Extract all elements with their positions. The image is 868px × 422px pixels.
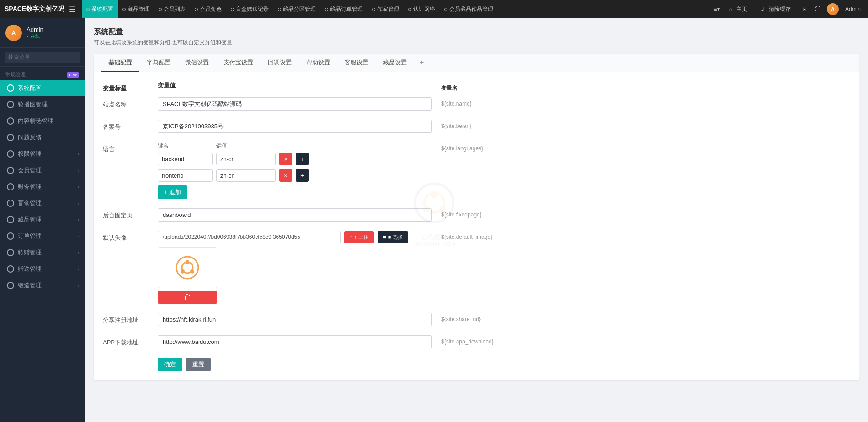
topnav-item-cert[interactable]: 认证网络 bbox=[404, 0, 440, 18]
lang-key-input-1[interactable] bbox=[158, 169, 213, 182]
lang-key-input-0[interactable] bbox=[158, 153, 213, 165]
nav-dot-icon bbox=[408, 8, 411, 11]
var-beian: ${site.beian} bbox=[441, 120, 533, 129]
avatar: A bbox=[827, 3, 839, 15]
hamburger-icon[interactable]: ☰ bbox=[69, 5, 75, 14]
var-language: ${site.languages} bbox=[441, 142, 533, 152]
sidebar-item-members[interactable]: 会员管理 › bbox=[0, 162, 85, 179]
sidebar-item-forge[interactable]: 锻造管理 › bbox=[0, 277, 85, 294]
label-beian: 备案号 bbox=[103, 120, 149, 131]
svg-point-7 bbox=[186, 260, 190, 264]
nav-dot-icon bbox=[159, 8, 162, 11]
lang-delete-button-0[interactable]: × bbox=[279, 153, 292, 165]
input-fixed-page[interactable] bbox=[158, 208, 432, 222]
lang-header: 键名 键值 bbox=[158, 142, 432, 150]
sidebar-item-gift[interactable]: 赠送管理 › bbox=[0, 261, 85, 277]
tab-service[interactable]: 客服设置 bbox=[337, 54, 376, 72]
sidebar-item-transfer[interactable]: 转赠管理 › bbox=[0, 244, 85, 261]
nav-dot-icon bbox=[86, 8, 90, 11]
label-site-name: 站点名称 bbox=[103, 97, 149, 109]
select-button[interactable]: ■ ■ 选择 bbox=[378, 231, 408, 243]
tab-add-button[interactable]: + bbox=[414, 54, 429, 72]
delete-image-button[interactable]: 🗑 bbox=[158, 291, 217, 304]
lang-val-header: 键值 bbox=[216, 142, 276, 150]
upload-button[interactable]: ↑ ↑ 上传 bbox=[344, 231, 374, 243]
config-card: 基础配置 字典配置 微信设置 支付宝设置 回调设置 帮助设置 客服设置 藏品设置… bbox=[94, 54, 859, 380]
tab-collection-settings[interactable]: 藏品设置 bbox=[376, 54, 414, 72]
topnav-item-member-list[interactable]: 会员列表 bbox=[154, 0, 190, 18]
topnav-item-member-role[interactable]: 会员角色 bbox=[190, 0, 226, 18]
topnav-item-order[interactable]: 藏品订单管理 bbox=[320, 0, 367, 18]
confirm-button[interactable]: 确定 bbox=[158, 358, 182, 371]
form-row-default-avatar: 默认头像 ↑ ↑ 上传 ■ ■ 选择 bbox=[103, 231, 850, 304]
tab-alipay[interactable]: 支付宝设置 bbox=[216, 54, 261, 72]
input-app-download[interactable] bbox=[158, 335, 432, 348]
input-beian[interactable] bbox=[158, 120, 432, 133]
search-input[interactable] bbox=[5, 52, 80, 63]
nav-dot-icon bbox=[325, 8, 328, 11]
language-table: 键名 键值 × + bbox=[158, 142, 432, 199]
tab-callback[interactable]: 回调设置 bbox=[261, 54, 299, 72]
sidebar-item-finance[interactable]: 财务管理 › bbox=[0, 179, 85, 195]
reset-button[interactable]: 重置 bbox=[186, 358, 211, 371]
lang-key-header: 键名 bbox=[158, 142, 213, 150]
dot-icon bbox=[7, 84, 14, 92]
tab-basic-config[interactable]: 基础配置 bbox=[101, 54, 139, 72]
sidebar-item-carousel[interactable]: 轮播图管理 bbox=[0, 96, 85, 113]
select-icon: ■ bbox=[383, 234, 386, 240]
dot-icon bbox=[7, 183, 14, 190]
sidebar-item-orders[interactable]: 订单管理 › bbox=[0, 228, 85, 244]
lang-add-button-1[interactable]: + bbox=[296, 169, 309, 182]
upload-path-input[interactable] bbox=[158, 231, 341, 243]
chevron-icon: › bbox=[78, 217, 79, 222]
lang-val-input-0[interactable] bbox=[216, 153, 276, 165]
dot-icon bbox=[7, 265, 14, 273]
lang-val-input-1[interactable] bbox=[216, 169, 276, 182]
sidebar-item-permissions[interactable]: 权限管理 › bbox=[0, 146, 85, 162]
tab-wechat[interactable]: 微信设置 bbox=[178, 54, 216, 72]
label-language: 语言 bbox=[103, 142, 149, 153]
lang-append-button[interactable]: + 追加 bbox=[158, 185, 187, 199]
sidebar-section-label: 常规管理 new bbox=[0, 67, 85, 80]
main-layout: A Admin 在线 常规管理 new 系统配置 轮播图管理 bbox=[0, 18, 868, 422]
topnav-item-blindbox-record[interactable]: 盲盒赠送记录 bbox=[226, 0, 273, 18]
topnav-item-member-works[interactable]: 会员藏品作品管理 bbox=[440, 0, 498, 18]
dot-icon bbox=[7, 200, 14, 207]
user-status: 在线 bbox=[27, 33, 43, 40]
expand-button[interactable]: ⛶ bbox=[812, 6, 823, 12]
lang-add-button-0[interactable]: + bbox=[296, 153, 309, 165]
tab-help[interactable]: 帮助设置 bbox=[299, 54, 337, 72]
clear-cache-button[interactable]: 🖫 清除缓存 bbox=[756, 5, 796, 13]
dot-icon bbox=[7, 117, 14, 125]
copy-button[interactable]: ⎘ bbox=[800, 6, 809, 12]
tab-dict-config[interactable]: 字典配置 bbox=[139, 54, 178, 72]
chevron-icon: › bbox=[78, 267, 79, 272]
sidebar-item-blindbox[interactable]: 盲盒管理 › bbox=[0, 195, 85, 211]
topnav-item-author[interactable]: 作家管理 bbox=[367, 0, 404, 18]
input-site-name[interactable] bbox=[158, 97, 432, 111]
upload-icon: ↑ bbox=[350, 234, 352, 240]
sidebar-item-system-config[interactable]: 系统配置 bbox=[0, 80, 85, 96]
nav-dot-icon bbox=[231, 8, 234, 11]
topnav-item-zone[interactable]: 藏品分区管理 bbox=[273, 0, 320, 18]
lang-delete-button-1[interactable]: × bbox=[279, 169, 292, 182]
form-row-beian: 备案号 ${site.beian} bbox=[103, 120, 850, 133]
home-button[interactable]: ⌂ 主页 bbox=[726, 5, 753, 13]
sidebar-item-content[interactable]: 内容精选管理 bbox=[0, 113, 85, 129]
tab-bar: 基础配置 字典配置 微信设置 支付宝设置 回调设置 帮助设置 客服设置 藏品设置… bbox=[94, 54, 859, 72]
var-site-name: ${site.name} bbox=[441, 97, 533, 107]
form-column-headers: 变量标题 变量值 变量名 bbox=[103, 81, 850, 93]
sidebar-item-collections[interactable]: 藏品管理 › bbox=[0, 211, 85, 228]
dot-icon bbox=[7, 282, 14, 289]
upload-row: ↑ ↑ 上传 ■ ■ 选择 bbox=[158, 231, 432, 243]
topnav-item-system-config[interactable]: 系统配置 bbox=[82, 0, 118, 18]
col-variable-name: 变量名 bbox=[441, 81, 533, 92]
top-nav: SPACE数字文创亿码 ☰ 系统配置 藏品管理 会员列表 会员角色 盲盒赠送记录… bbox=[0, 0, 868, 18]
input-share-url[interactable] bbox=[158, 313, 432, 326]
topnav-item-collections[interactable]: 藏品管理 bbox=[118, 0, 154, 18]
label-default-avatar: 默认头像 bbox=[103, 231, 149, 242]
more-menu-button[interactable]: ≡▾ bbox=[711, 6, 723, 12]
right-actions: ≡▾ ⌂ 主页 🖫 清除缓存 ⎘ ⛶ A Admin bbox=[711, 3, 863, 15]
form-actions: 确定 重置 bbox=[158, 358, 850, 371]
sidebar-item-feedback[interactable]: 问题反馈 bbox=[0, 129, 85, 146]
